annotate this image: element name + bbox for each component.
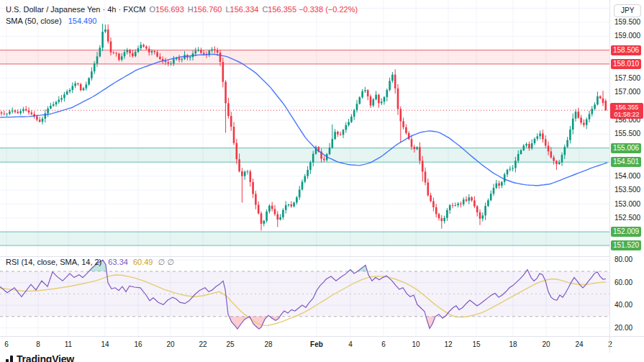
- price-zone-badge: 152.009: [611, 227, 641, 237]
- price-tick-label: 159.000: [614, 32, 640, 40]
- price-tick-label: 157.500: [614, 74, 640, 83]
- time-label: 25: [226, 340, 234, 348]
- time-label: 15: [472, 340, 480, 348]
- time-label: 12: [444, 340, 452, 348]
- price-axis[interactable]: JPY 159.500159.000158.500158.000157.5001…: [609, 0, 644, 336]
- price-tick-label: 153.000: [614, 200, 640, 209]
- price-tick-label: 154.000: [614, 172, 640, 181]
- price-zone-badge: 154.501: [611, 157, 641, 167]
- time-label: 28: [264, 340, 272, 348]
- time-label: 20: [166, 340, 174, 348]
- time-label: 4: [348, 340, 353, 348]
- change-value: −0.338 (−0.22%): [299, 5, 358, 14]
- price-tick-label: 157.000: [614, 88, 640, 96]
- rsi-tick-label: 60.00: [614, 279, 632, 287]
- legend-row-sma: SMA (50, close) 154.490: [6, 15, 358, 27]
- open-value: 156.693: [155, 5, 184, 14]
- price-tick-label: 152.500: [614, 214, 640, 222]
- symbol-legend: U.S. Dollar / Japanese Yen · 4h · FXCMO1…: [6, 4, 358, 27]
- rsi-tick-label: 80.00: [614, 255, 632, 264]
- time-label: 10: [412, 340, 419, 348]
- rsi-indicator-pane[interactable]: [0, 256, 609, 336]
- high-value: 156.760: [194, 5, 222, 14]
- high-label: H: [188, 5, 194, 14]
- time-label: 11: [65, 340, 72, 348]
- rsi-empty-values: ∅ ∅: [158, 258, 174, 266]
- axis-corner-divider: [609, 336, 610, 353]
- time-axis[interactable]: 6811141620222528Feb461012151820242: [0, 336, 644, 353]
- sma-value: 154.490: [68, 17, 97, 25]
- symbol-title[interactable]: U.S. Dollar / Japanese Yen · 4h · FXCM: [6, 5, 145, 14]
- rsi-label[interactable]: RSI (14, close, SMA, 14, 2): [6, 258, 101, 266]
- rsi-tick-label: 20.00: [614, 324, 632, 332]
- bar-countdown: 01:58:22: [612, 111, 642, 118]
- price-zone-badge: 158.010: [611, 59, 641, 69]
- tradingview-logo-text: TradingView: [17, 353, 74, 362]
- last-price-badge: 156.35501:58:22: [610, 103, 643, 119]
- tradingview-logo-icon: [6, 356, 13, 362]
- time-label: 8: [36, 340, 40, 348]
- price-zone-badge: 151.520: [611, 240, 641, 250]
- close-value: 156.355: [268, 5, 296, 14]
- price-tick-label: 153.500: [614, 186, 640, 194]
- legend-row-symbol: U.S. Dollar / Japanese Yen · 4h · FXCMO1…: [6, 4, 358, 15]
- time-label: 22: [199, 340, 207, 348]
- open-label: O: [149, 5, 155, 14]
- time-label: 6: [4, 340, 9, 348]
- rsi-tick-label: 40.00: [614, 301, 632, 309]
- time-label: 24: [575, 340, 583, 348]
- price-tick-label: 155.500: [614, 130, 640, 138]
- tradingview-logo[interactable]: TradingView: [6, 353, 74, 362]
- time-label: 16: [134, 340, 142, 348]
- time-label: 6: [381, 340, 386, 348]
- sma-label[interactable]: SMA (50, close): [6, 17, 62, 25]
- rsi-ma-value: 60.49: [133, 258, 153, 266]
- rsi-value: 63.34: [108, 258, 128, 266]
- rsi-legend: RSI (14, close, SMA, 14, 2) 63.34 60.49 …: [6, 258, 174, 267]
- price-tick-label: 159.500: [614, 18, 640, 27]
- time-label: Feb: [310, 340, 323, 348]
- time-label: 14: [101, 340, 109, 348]
- price-zone-badge: 158.506: [611, 45, 641, 55]
- pane-divider[interactable]: [0, 256, 644, 257]
- low-value: 156.334: [230, 5, 259, 14]
- price-zone-badge: 155.006: [611, 143, 641, 153]
- tradingview-chart-window: U.S. Dollar / Japanese Yen · 4h · FXCMO1…: [0, 0, 644, 362]
- currency-button[interactable]: JPY: [614, 4, 641, 17]
- last-price-value: 156.355: [612, 104, 642, 111]
- time-label: 20: [542, 340, 550, 348]
- time-label: 18: [509, 340, 517, 348]
- main-price-pane[interactable]: [0, 0, 609, 256]
